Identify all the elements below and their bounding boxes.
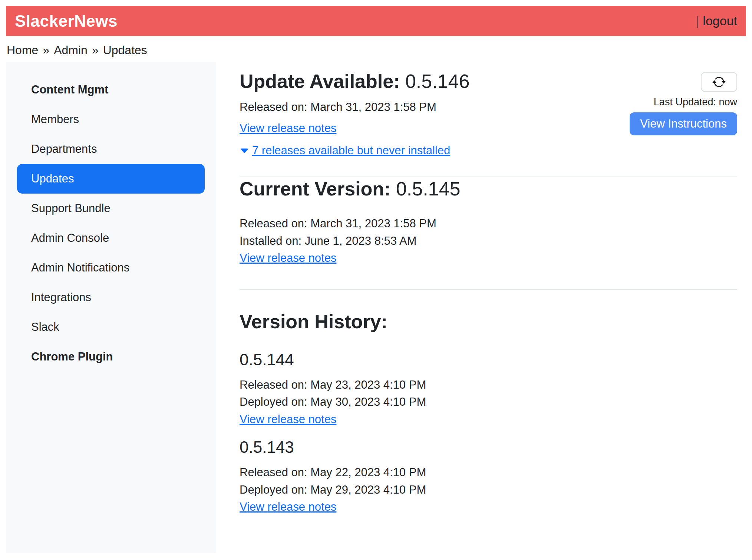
sidebar-item-admin-notifications[interactable]: Admin Notifications <box>17 253 205 283</box>
history-release-notes-row: View release notes <box>240 411 737 428</box>
releases-toggle-row: 7 releases available but never installed <box>240 142 469 159</box>
update-release-notes-row: View release notes <box>240 120 469 137</box>
history-release-notes-link[interactable]: View release notes <box>240 413 336 426</box>
update-available-heading: Update Available: 0.5.146 <box>240 70 469 93</box>
refresh-icon <box>712 75 726 89</box>
current-version-section: Current Version: 0.5.145 Released on: Ma… <box>240 177 737 267</box>
breadcrumb-admin[interactable]: Admin <box>54 43 88 57</box>
version-history-heading: Version History: <box>240 310 737 333</box>
current-version-heading: Current Version: 0.5.145 <box>240 177 737 200</box>
refresh-button[interactable] <box>701 72 737 92</box>
history-release-notes-link[interactable]: View release notes <box>240 500 336 513</box>
update-actions: Last Updated: now View Instructions <box>630 72 737 135</box>
sidebar-item-support-bundle[interactable]: Support Bundle <box>17 194 205 223</box>
current-installed-on: Installed on: June 1, 2023 8:53 AM <box>240 233 737 250</box>
sidebar-item-updates[interactable]: Updates <box>17 164 205 194</box>
current-release-notes-row: View release notes <box>240 250 737 267</box>
logout-link[interactable]: logout <box>703 14 737 28</box>
sidebar-item-chrome-plugin[interactable]: Chrome Plugin <box>17 342 205 372</box>
last-updated-text: Last Updated: now <box>654 96 737 108</box>
sidebar-item-departments[interactable]: Departments <box>17 134 205 164</box>
sidebar-item-admin-console[interactable]: Admin Console <box>17 223 205 253</box>
current-released-on: Released on: March 31, 2023 1:58 PM <box>240 215 737 233</box>
version-history-entry: 0.5.144 Released on: May 23, 2023 4:10 P… <box>240 350 737 428</box>
sidebar-item-integrations[interactable]: Integrations <box>17 283 205 312</box>
history-version-number: 0.5.143 <box>240 438 737 457</box>
current-version-label: Current Version: <box>240 178 390 200</box>
app-title: SlackerNews <box>15 12 118 30</box>
sidebar-item-content-mgmt[interactable]: Content Mgmt <box>17 75 205 105</box>
update-available-version: 0.5.146 <box>405 70 470 92</box>
app-header: SlackerNews | logout <box>6 6 746 36</box>
version-history-section: Version History: 0.5.144 Released on: Ma… <box>240 310 737 516</box>
history-release-notes-row: View release notes <box>240 498 737 516</box>
version-history-entry: 0.5.143 Released on: May 22, 2023 4:10 P… <box>240 438 737 515</box>
updates-main: Update Available: 0.5.146 Released on: M… <box>216 62 746 516</box>
current-version-number: 0.5.145 <box>396 178 461 200</box>
content-area: Content Mgmt Members Departments Updates… <box>6 62 746 553</box>
logout-area: | logout <box>696 14 737 28</box>
releases-toggle-link[interactable]: 7 releases available but never installed <box>240 142 450 159</box>
breadcrumb-home[interactable]: Home <box>7 43 38 57</box>
caret-down-icon <box>240 146 249 156</box>
breadcrumb-updates: Updates <box>103 43 147 57</box>
history-released-on: Released on: May 22, 2023 4:10 PM <box>240 464 737 481</box>
view-instructions-button[interactable]: View Instructions <box>630 112 737 135</box>
logout-separator: | <box>696 14 699 28</box>
history-deployed-on: Deployed on: May 30, 2023 4:10 PM <box>240 393 737 411</box>
releases-toggle-label: 7 releases available but never installed <box>252 142 450 159</box>
sidebar-item-slack[interactable]: Slack <box>17 312 205 342</box>
update-release-notes-link[interactable]: View release notes <box>240 122 336 135</box>
update-available-info: Update Available: 0.5.146 Released on: M… <box>240 70 469 159</box>
section-divider <box>240 289 737 290</box>
update-available-section: Update Available: 0.5.146 Released on: M… <box>240 70 737 159</box>
breadcrumb-separator: » <box>92 43 99 57</box>
sidebar-item-members[interactable]: Members <box>17 105 205 134</box>
history-released-on: Released on: May 23, 2023 4:10 PM <box>240 376 737 394</box>
admin-sidebar: Content Mgmt Members Departments Updates… <box>6 62 216 553</box>
update-available-label: Update Available: <box>240 70 400 92</box>
breadcrumb-separator: » <box>43 43 49 57</box>
update-released-on: Released on: March 31, 2023 1:58 PM <box>240 99 469 116</box>
current-release-notes-link[interactable]: View release notes <box>240 251 336 264</box>
history-version-number: 0.5.144 <box>240 350 737 370</box>
breadcrumb: Home » Admin » Updates <box>0 36 752 62</box>
history-deployed-on: Deployed on: May 29, 2023 4:10 PM <box>240 481 737 499</box>
